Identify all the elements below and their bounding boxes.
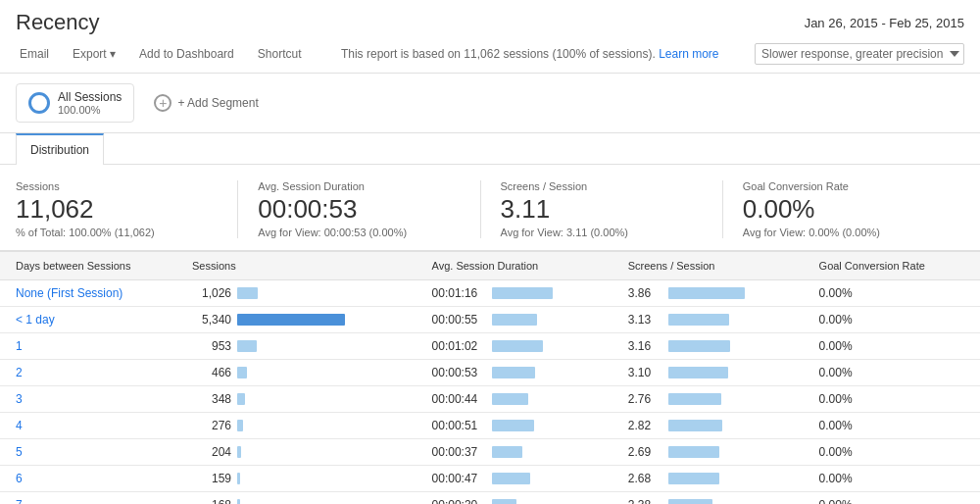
goal-cell-2: 0.00% xyxy=(804,333,980,360)
duration-cell-3: 00:00:53 xyxy=(416,360,612,386)
page-title: Recency xyxy=(16,10,100,35)
add-segment-label: + Add Segment xyxy=(177,96,258,110)
screens-bar-cell: 2.68 xyxy=(628,472,794,485)
sessions-bar xyxy=(237,420,243,431)
shortcut-button[interactable]: Shortcut xyxy=(254,45,306,63)
duration-cell-8: 00:00:30 xyxy=(416,492,612,505)
duration-num: 00:00:44 xyxy=(432,392,486,406)
metric-label-3: Goal Conversion Rate xyxy=(743,180,945,192)
toolbar-left: Email Export ▾ Add to Dashboard Shortcut xyxy=(16,45,305,63)
col-header-3[interactable]: Screens / Session xyxy=(612,252,804,280)
duration-bar-cell: 00:00:44 xyxy=(432,392,603,406)
duration-bar-wrap xyxy=(492,499,603,504)
all-sessions-segment[interactable]: All Sessions 100.00% xyxy=(16,83,134,123)
col-header-4[interactable]: Goal Conversion Rate xyxy=(804,252,980,280)
metric-block-2: Screens / Session 3.11 Avg for View: 3.1… xyxy=(501,180,723,238)
learn-more-link[interactable]: Learn more xyxy=(659,47,718,61)
screens-num: 2.68 xyxy=(628,472,662,485)
day-cell-5[interactable]: 4 xyxy=(0,413,176,439)
screens-bar-cell: 2.76 xyxy=(628,392,794,406)
day-cell-8[interactable]: 7 xyxy=(0,492,176,505)
export-button[interactable]: Export ▾ xyxy=(69,45,120,63)
screens-cell-0: 3.86 xyxy=(612,280,804,307)
goal-cell-8: 0.00% xyxy=(804,492,980,505)
screens-bar-wrap xyxy=(668,367,794,378)
day-cell-6[interactable]: 5 xyxy=(0,439,176,466)
duration-bar-cell: 00:00:55 xyxy=(432,313,603,327)
sessions-bar xyxy=(237,340,257,352)
metric-sub-2: Avg for View: 3.11 (0.00%) xyxy=(501,227,703,238)
screens-bar xyxy=(668,393,721,405)
sessions-bar xyxy=(237,499,240,504)
sessions-cell-0: 1,026 xyxy=(176,280,416,307)
day-cell-4[interactable]: 3 xyxy=(0,386,176,413)
day-cell-7[interactable]: 6 xyxy=(0,466,176,492)
screens-num: 2.69 xyxy=(628,445,662,459)
sessions-bar-wrap xyxy=(237,287,407,299)
duration-bar xyxy=(492,499,516,504)
duration-cell-2: 00:01:02 xyxy=(416,333,612,360)
screens-num: 2.38 xyxy=(628,498,662,504)
day-cell-2[interactable]: 1 xyxy=(0,333,176,360)
add-dashboard-button[interactable]: Add to Dashboard xyxy=(135,45,238,63)
duration-bar-wrap xyxy=(492,367,603,378)
screens-bar-wrap xyxy=(668,393,794,405)
metric-label-2: Screens / Session xyxy=(501,180,703,192)
screens-bar-cell: 3.86 xyxy=(628,286,794,300)
table-row: < 1 day 5,340 00:00:55 3.13 0.00% xyxy=(0,307,980,333)
sessions-num: 953 xyxy=(192,339,231,353)
day-cell-3[interactable]: 2 xyxy=(0,360,176,386)
add-segment-circle-icon: + xyxy=(154,94,172,112)
duration-bar xyxy=(492,446,522,458)
precision-select[interactable]: Slower response, greater precision xyxy=(755,43,964,65)
day-cell-1[interactable]: < 1 day xyxy=(0,307,176,333)
sessions-bar-wrap xyxy=(237,446,407,458)
sessions-bar xyxy=(237,473,240,484)
segments-bar: All Sessions 100.00% + + Add Segment xyxy=(0,74,980,133)
duration-bar xyxy=(492,473,530,484)
screens-bar xyxy=(668,314,729,326)
metric-block-3: Goal Conversion Rate 0.00% Avg for View:… xyxy=(743,180,964,238)
info-text: This report is based on 11,062 sessions … xyxy=(305,47,755,61)
sessions-num: 168 xyxy=(192,498,231,504)
sessions-bar-wrap xyxy=(237,420,407,431)
screens-bar xyxy=(668,473,719,484)
table-row: 4 276 00:00:51 2.82 0.00% xyxy=(0,413,980,439)
add-segment-button[interactable]: + + Add Segment xyxy=(154,94,258,112)
metric-value-0: 11,062 xyxy=(16,194,218,225)
screens-bar-wrap xyxy=(668,473,794,484)
date-range: Jan 26, 2015 - Feb 25, 2015 xyxy=(805,16,964,30)
duration-cell-7: 00:00:47 xyxy=(416,466,612,492)
data-table: Days between SessionsSessionsAvg. Sessio… xyxy=(0,251,980,504)
sessions-bar xyxy=(237,446,241,458)
screens-bar-wrap xyxy=(668,446,794,458)
col-header-1[interactable]: Sessions xyxy=(176,252,416,280)
screens-bar-wrap xyxy=(668,340,794,352)
sessions-bar-cell: 168 xyxy=(192,498,407,504)
tab-bar: Distribution xyxy=(0,133,980,165)
email-button[interactable]: Email xyxy=(16,45,53,63)
col-header-2[interactable]: Avg. Session Duration xyxy=(416,252,612,280)
duration-cell-6: 00:00:37 xyxy=(416,439,612,466)
segment-circle-icon xyxy=(28,92,50,114)
toolbar: Email Export ▾ Add to Dashboard Shortcut… xyxy=(0,39,980,74)
metric-label-0: Sessions xyxy=(16,180,218,192)
duration-num: 00:00:47 xyxy=(432,472,486,485)
screens-bar-cell: 2.38 xyxy=(628,498,794,504)
col-header-0[interactable]: Days between Sessions xyxy=(0,252,176,280)
screens-cell-2: 3.16 xyxy=(612,333,804,360)
screens-bar xyxy=(668,499,712,504)
screens-bar-wrap xyxy=(668,287,794,299)
duration-num: 00:01:16 xyxy=(432,286,486,300)
tab-distribution[interactable]: Distribution xyxy=(16,133,104,165)
sessions-bar-wrap xyxy=(237,314,407,326)
screens-cell-8: 2.38 xyxy=(612,492,804,505)
day-cell-0[interactable]: None (First Session) xyxy=(0,280,176,307)
screens-num: 3.16 xyxy=(628,339,662,353)
duration-num: 00:00:51 xyxy=(432,419,486,432)
sessions-bar xyxy=(237,314,345,326)
screens-bar-cell: 3.16 xyxy=(628,339,794,353)
duration-bar-cell: 00:01:02 xyxy=(432,339,603,353)
sessions-bar-cell: 953 xyxy=(192,339,407,353)
goal-cell-7: 0.00% xyxy=(804,466,980,492)
